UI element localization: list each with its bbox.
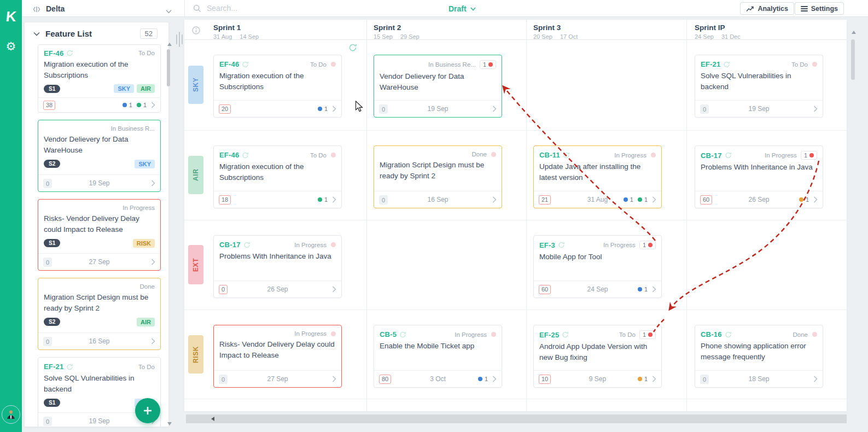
sprint-tag: S2 xyxy=(44,318,60,326)
card-tags: S1 SKYAIR xyxy=(38,83,160,97)
grid-line xyxy=(366,20,367,411)
feature-card[interactable]: CB-17 In Progress Problems With Inherita… xyxy=(213,235,342,298)
board-name[interactable]: Delta xyxy=(46,4,65,13)
plus-icon xyxy=(142,405,153,416)
chevron-down-icon[interactable] xyxy=(166,6,172,16)
mode-dropdown[interactable]: Draft xyxy=(448,4,476,13)
expand-chevron-icon[interactable] xyxy=(332,286,336,293)
feature-card[interactable]: EF-46 To Do Migration execution of the S… xyxy=(38,44,161,113)
app-window: K ⚙ Delta Draft Analytic xyxy=(0,0,868,432)
feature-card[interactable]: EF-46 To Do Migration execution of the S… xyxy=(213,55,342,118)
search-input[interactable] xyxy=(206,2,370,14)
card-footer: 0 16 Sep xyxy=(38,332,160,349)
settings-button[interactable]: Settings xyxy=(795,2,844,15)
collapse-chevron-icon[interactable] xyxy=(33,28,40,38)
expand-chevron-icon[interactable] xyxy=(492,196,497,203)
notification-dot xyxy=(331,331,336,336)
feature-card[interactable]: EF-21 To Do Solve SQL Vulnerabilities in… xyxy=(695,55,823,118)
sprint-column-header[interactable]: Sprint 2 15 Sep 29 Sep xyxy=(374,24,420,40)
sidebar-scrollbar[interactable] xyxy=(167,49,170,86)
due-date: 24 Sep xyxy=(587,285,608,293)
card-status: In Progress xyxy=(455,331,487,338)
card-tags: S2 AIR xyxy=(38,317,160,331)
board-switch-icon[interactable] xyxy=(33,5,40,15)
expand-chevron-icon[interactable] xyxy=(332,196,336,203)
card-title: Solve SQL Vulnerabilities in backend xyxy=(38,372,160,398)
card-status: Done xyxy=(140,283,155,290)
analytics-button[interactable]: Analytics xyxy=(740,2,794,15)
feature-card[interactable]: Done Migration Script Design must be rea… xyxy=(38,278,161,350)
panel-resize-handle[interactable] xyxy=(176,31,183,48)
scroll-up-arrow[interactable] xyxy=(167,43,172,46)
expand-chevron-icon[interactable] xyxy=(492,376,497,382)
notification-dot xyxy=(491,152,496,157)
card-title: Migration Script Design must be ready by… xyxy=(38,291,160,317)
app-logo[interactable]: K xyxy=(0,4,22,28)
scroll-left-arrow[interactable] xyxy=(211,417,214,421)
feature-card[interactable]: In Business Re... 1 Vendor Delievery for… xyxy=(374,55,502,118)
sprint-end-date: 29 Sep xyxy=(400,33,420,40)
card-header: EF-46 To Do xyxy=(214,55,341,70)
sprint-column-header[interactable]: Sprint IP 24 Sep 31 Dec xyxy=(695,24,741,40)
sprint-dates: 20 Sep 17 Oct xyxy=(533,33,578,40)
expand-chevron-icon[interactable] xyxy=(652,196,656,203)
expand-chevron-icon[interactable] xyxy=(652,286,656,293)
feature-card[interactable]: CB-17 In Progress 1 Problems With Inheri… xyxy=(695,145,823,208)
feature-card[interactable]: EF-3 In Progress 1 Mobile App for Tool 6… xyxy=(533,235,662,298)
expand-chevron-icon[interactable] xyxy=(332,106,336,112)
expand-chevron-icon[interactable] xyxy=(813,106,818,112)
sync-icon xyxy=(725,152,732,159)
feature-card[interactable]: Done Migration Script Design must be rea… xyxy=(374,145,502,208)
expand-chevron-icon[interactable] xyxy=(652,376,656,382)
expand-chevron-icon[interactable] xyxy=(813,196,818,203)
user-avatar[interactable] xyxy=(2,405,20,424)
feature-card[interactable]: CB-11 In Progress Update Java after inst… xyxy=(533,145,662,208)
feature-card[interactable]: In Progress Risks- Vendor Delivery Delay… xyxy=(38,199,161,271)
card-header: EF-3 In Progress 1 xyxy=(534,236,661,251)
status-dot: 1 xyxy=(638,286,648,293)
due-date: 26 Sep xyxy=(267,285,288,293)
expand-chevron-icon[interactable] xyxy=(151,338,155,345)
card-status: In Progress xyxy=(123,205,155,211)
feature-card[interactable]: In Progress Risks- Vendor Delivery Delay… xyxy=(213,325,342,388)
card-title: Risks- Vendor Delivery Delay could Impac… xyxy=(214,338,341,364)
card-footer: 21 31 Aug 11 xyxy=(534,191,661,208)
card-header: Done xyxy=(374,146,502,159)
feature-card[interactable]: CB-5 In Progress Enable the Mobile Ticke… xyxy=(374,325,502,388)
feature-card[interactable]: EF-25 To Do 1 Android App Update Version… xyxy=(533,325,662,388)
expand-chevron-icon[interactable] xyxy=(151,180,155,186)
due-date: 3 Oct xyxy=(430,375,446,383)
sync-icon xyxy=(725,331,732,338)
footer-right: 11 xyxy=(123,102,155,108)
feature-card[interactable]: EF-46 To Do Migration execution of the S… xyxy=(213,145,342,208)
expand-chevron-icon[interactable] xyxy=(151,259,155,265)
grid-line xyxy=(184,399,847,399)
sprint-column-header[interactable]: Sprint 1 31 Aug 14 Sep xyxy=(213,24,259,40)
scroll-up-arrow[interactable] xyxy=(852,31,856,34)
team-row-label[interactable]: AIR xyxy=(188,156,203,194)
refresh-icon[interactable] xyxy=(348,44,357,54)
feature-card[interactable]: In Business R... Vendor Delievery for Da… xyxy=(38,120,161,192)
scroll-down-arrow[interactable] xyxy=(167,422,172,425)
alert-badge: 1 xyxy=(639,330,656,339)
points-count: 0 xyxy=(219,375,228,384)
sprint-end-date: 31 Dec xyxy=(721,33,741,40)
feature-card[interactable]: CB-16 Done Phone showing application err… xyxy=(695,325,823,388)
expand-chevron-icon[interactable] xyxy=(813,376,818,382)
expand-chevron-icon[interactable] xyxy=(492,106,497,112)
footer-right: 11 xyxy=(624,196,656,203)
gear-icon[interactable]: ⚙ xyxy=(0,38,22,55)
expand-chevron-icon[interactable] xyxy=(151,102,155,108)
team-row-label[interactable]: EXT xyxy=(188,245,203,284)
add-feature-button[interactable] xyxy=(135,398,160,423)
team-row-label[interactable]: RISK xyxy=(188,335,203,373)
horizontal-scrollbar[interactable] xyxy=(186,415,847,423)
sprint-column-header[interactable]: Sprint 3 20 Sep 17 Oct xyxy=(533,24,578,40)
team-row-label[interactable]: SKY xyxy=(188,66,203,104)
points-count: 0 xyxy=(700,104,709,114)
info-icon[interactable] xyxy=(192,26,200,37)
status-dot: 1 xyxy=(799,196,809,203)
page-scrollbar[interactable] xyxy=(851,39,855,80)
expand-chevron-icon[interactable] xyxy=(332,376,336,382)
status-dot: 1 xyxy=(624,196,633,203)
